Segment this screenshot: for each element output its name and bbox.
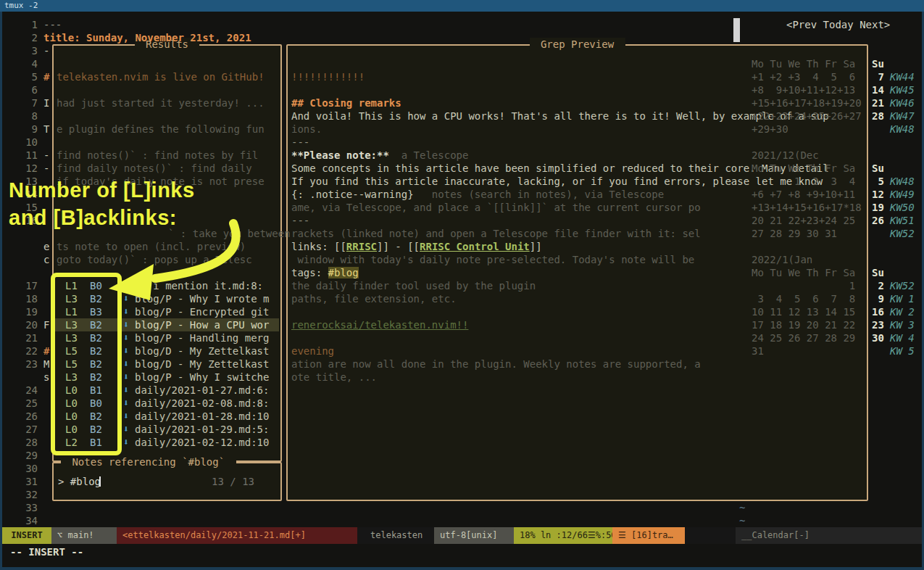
- calendar-days[interactable]: 10 11 12 13 14 15: [752, 305, 855, 318]
- plugin-name: telekasten: [365, 527, 437, 544]
- calendar-week-label: KW 4: [890, 331, 915, 344]
- diagnostics-segment-label: ☰ [16]tra…: [618, 530, 673, 540]
- calendar-sunday[interactable]: 5: [872, 175, 884, 188]
- calendar-sunday[interactable]: 12: [872, 188, 884, 201]
- calendar-days[interactable]: +22+23+24+25+26+27: [752, 110, 862, 123]
- buffer-margin-char: M: [43, 358, 49, 371]
- preview-line: **Please note:** a Telescope: [291, 149, 468, 162]
- results-bleed-text: ts note to open (incl. preview): [57, 240, 246, 253]
- markdown-icon: ⬇: [123, 279, 129, 292]
- statusline: INSERT⌥ main!<ettelkasten/daily/2021-11-…: [2, 527, 922, 544]
- line-number: 34: [14, 514, 38, 527]
- line-number: 10: [14, 136, 38, 149]
- result-text: blog/P - Handling merg: [135, 331, 269, 344]
- diagnostics-segment: ☰ [16]tra…: [612, 527, 685, 544]
- calendar-sunday[interactable]: 19: [872, 201, 884, 214]
- calendar-week-label: KW49: [890, 188, 915, 201]
- markdown-icon: ⬇: [123, 331, 129, 344]
- preview-line: links: [[RRISC]] - [[RRISC Control Unit]…: [291, 240, 542, 253]
- calendar-sunday[interactable]: 2: [872, 279, 884, 292]
- match-counter: 13 / 13: [212, 475, 254, 488]
- line-number: 4: [14, 57, 38, 70]
- calendar-days[interactable]: 3 4 5 6 7 8: [752, 292, 855, 305]
- calendar-window-status: __Calendar[-]: [736, 527, 922, 544]
- markdown-icon: ⬇: [123, 292, 129, 305]
- buffer-margin-char: #: [43, 344, 49, 358]
- preview-segment: Some concepts in this article have been …: [291, 162, 829, 174]
- calendar-sunday[interactable]: 14: [872, 83, 884, 96]
- calendar-days[interactable]: 27 28 29 30 31: [752, 227, 837, 240]
- calendar-week-label: KW 1: [890, 292, 915, 305]
- calendar-days[interactable]: 1 2 3 4: [752, 175, 855, 188]
- preview-line: ame, via Telescope, and place a `[[link]…: [291, 201, 701, 214]
- calendar-week-label: KW44: [890, 70, 915, 83]
- window-separator[interactable]: [733, 18, 740, 42]
- buffer-margin-char: F: [43, 318, 49, 331]
- calendar-days[interactable]: 17 18 19 20 21 22: [752, 318, 855, 331]
- results-bleed-text: goto today()` : pops up a Telesc: [57, 253, 252, 266]
- calendar-days[interactable]: 31: [752, 344, 764, 358]
- preview-segment: If you find this article inaccurate, lac…: [291, 175, 823, 187]
- preview-segment: paths, file extension, etc.: [291, 293, 457, 305]
- calendar-sunday[interactable]: 7: [872, 70, 884, 83]
- preview-segment: ions.: [291, 123, 322, 135]
- markdown-icon: ⬇: [123, 344, 129, 358]
- calendar-days: Mo Tu We Th Fr Sa: [752, 266, 855, 279]
- preview-segment: ---: [291, 215, 309, 226]
- preview-line: ation are now all done in the plugin. We…: [291, 358, 701, 371]
- calendar-nav[interactable]: <Prev Today Next>: [786, 18, 890, 31]
- markdown-icon: ⬇: [123, 358, 129, 371]
- calendar-days[interactable]: +6 +7 +8 +9+10+11: [752, 188, 855, 201]
- line-number: 31: [14, 475, 38, 488]
- line-number: 25: [14, 397, 38, 410]
- line-number: 20: [14, 318, 38, 331]
- encoding-segment: utf-8[unix]: [434, 527, 514, 544]
- calendar-sunday[interactable]: 16: [872, 305, 884, 318]
- calendar-days[interactable]: +15+16+17+18+19+20: [752, 96, 862, 110]
- line-number: 7: [14, 96, 38, 110]
- calendar-days[interactable]: 24 25 26 27 28 29: [752, 331, 855, 344]
- calendar-days[interactable]: +29+30: [752, 123, 788, 136]
- calendar-sunday[interactable]: 28: [872, 110, 884, 123]
- calendar-week-label: KW51: [890, 214, 915, 227]
- result-text: blog/D - My Zettelkast: [135, 358, 269, 371]
- screen: tmux -2 --- title: Sunday, November 21st…: [0, 0, 924, 570]
- prompt-input[interactable]: > #blog: [58, 475, 101, 488]
- markdown-icon: ⬇: [123, 371, 129, 384]
- line-number: 24: [14, 384, 38, 397]
- calendar-sunday[interactable]: 30: [872, 331, 884, 344]
- preview-segment: RRISC Control Unit: [420, 241, 530, 252]
- line-number: 26: [14, 410, 38, 423]
- calendar-sunday[interactable]: 26: [872, 214, 884, 227]
- calendar-days[interactable]: +1 +2 +3 4 5 6: [752, 70, 855, 83]
- encoding-segment-label: utf-8[unix]: [440, 530, 497, 540]
- preview-segment: tags:: [291, 267, 328, 278]
- calendar-sunday[interactable]: 21: [872, 96, 884, 110]
- line-number: 22: [14, 344, 38, 358]
- buffer-margin-char: s: [43, 371, 49, 384]
- result-text: do i mention it.md:8:: [135, 279, 263, 292]
- calendar-days[interactable]: +13+14+15+16+17*18: [752, 201, 862, 214]
- calendar-sunday: Su: [872, 162, 884, 175]
- preview-segment: the daily finder tool used by the plugin: [291, 280, 536, 292]
- calendar-days[interactable]: +8 9+10+11+12+13: [752, 83, 855, 96]
- preview-line: And voila! This is how a CPU works! That…: [291, 110, 829, 123]
- prompt-title: Notes referencing `#blog`: [61, 455, 236, 468]
- line-number: 2: [14, 31, 38, 44]
- preview-segment: links: [[: [291, 241, 346, 252]
- result-text: daily/2021-01-28.md:10: [135, 410, 269, 423]
- calendar-sunday[interactable]: 9: [872, 292, 884, 305]
- markdown-icon: ⬇: [123, 384, 129, 397]
- preview-segment: notes (search in notes), via Telescope: [414, 189, 665, 200]
- annotation-text-1: Number of [L]inks: [9, 178, 195, 202]
- calendar-sunday[interactable]: 23: [872, 318, 884, 331]
- preview-line: rackets (linked note) and open a Telesco…: [291, 227, 701, 240]
- results-bleed-text: find notes()` : find notes by fil: [57, 149, 258, 162]
- calendar-days[interactable]: 1: [752, 279, 855, 292]
- result-text: blog/P - Why I switche: [135, 371, 269, 384]
- calendar-week-label: KW52: [890, 279, 915, 292]
- text-cursor: [99, 476, 101, 487]
- annotation-text-2: and [B]acklinks:: [9, 206, 177, 230]
- buffer-margin-char: -: [43, 149, 49, 162]
- calendar-days[interactable]: 20 21 22+23+24 25: [752, 214, 855, 227]
